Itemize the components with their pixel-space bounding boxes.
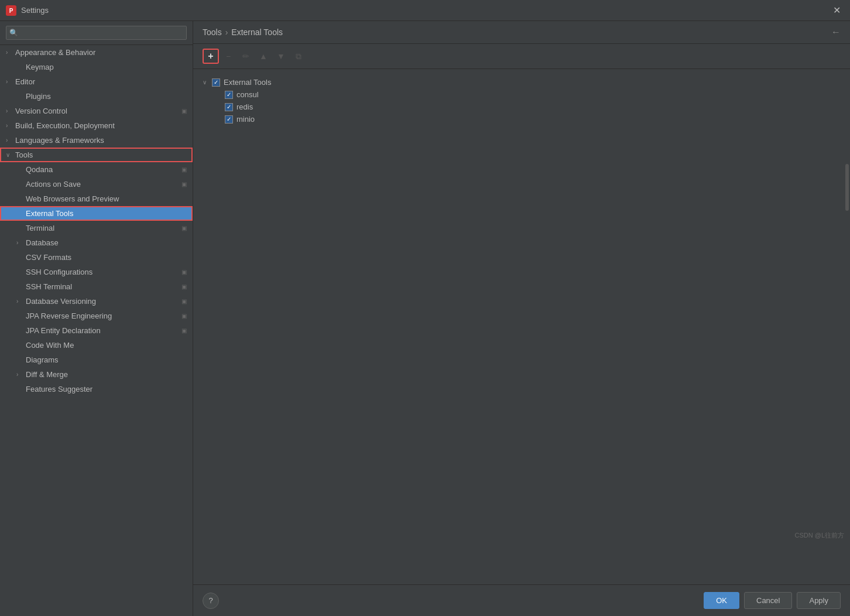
sidebar-item-label: Languages & Frameworks (15, 136, 187, 145)
expand-arrow-icon: › (6, 78, 14, 85)
expand-arrow-icon: › (6, 122, 14, 129)
sidebar-item-label: Editor (15, 77, 187, 86)
sidebar-item-plugins[interactable]: Plugins (0, 89, 193, 104)
add-button[interactable]: + (203, 49, 219, 64)
search-box: 🔍 (0, 21, 193, 45)
sidebar-item-diagrams[interactable]: Diagrams (0, 353, 193, 367)
tree-item-minio[interactable]: minio (215, 113, 841, 125)
sidebar-item-code-with-me[interactable]: Code With Me (0, 338, 193, 353)
sidebar-item-label: Features Suggester (26, 385, 187, 393)
edit-button[interactable]: ✏ (238, 49, 254, 64)
sidebar-item-label: Web Browsers and Preview (26, 194, 187, 203)
dialog-title: Settings (21, 6, 830, 15)
remove-button[interactable]: − (220, 49, 237, 64)
search-icon: 🔍 (9, 29, 18, 37)
sidebar-item-web-browsers[interactable]: Web Browsers and Preview (0, 191, 193, 206)
tree-checkbox-redis[interactable] (225, 103, 233, 111)
sidebar-item-ssh-terminal[interactable]: SSH Terminal ▣ (0, 279, 193, 294)
tree-checkbox-minio[interactable] (225, 115, 233, 124)
sidebar-item-label: Qodana (26, 165, 181, 174)
expand-arrow-icon: › (6, 108, 14, 114)
back-button[interactable]: ← (831, 27, 841, 37)
sidebar-item-label: JPA Reverse Engineering (26, 312, 181, 320)
expand-arrow-icon: › (6, 49, 14, 56)
sidebar-item-external-tools[interactable]: External Tools (0, 206, 193, 221)
sidebar-item-ssh-configurations[interactable]: SSH Configurations ▣ (0, 265, 193, 279)
help-button[interactable]: ? (203, 593, 219, 609)
sidebar-item-label: Actions on Save (26, 180, 181, 189)
tree-item-redis[interactable]: redis (215, 101, 841, 113)
breadcrumb: Tools › External Tools ← (193, 21, 850, 44)
sidebar-item-label: SSH Terminal (26, 282, 181, 291)
settings-icon: ▣ (181, 225, 187, 231)
tree-checkbox-consul[interactable] (225, 91, 233, 99)
tree-label-consul: consul (237, 90, 259, 99)
cancel-button[interactable]: Cancel (744, 592, 792, 609)
toolbar: + − ✏ ▲ ▼ ⧉ (193, 44, 850, 69)
sidebar-item-label: Version Control (15, 107, 181, 115)
sidebar-item-features-suggester[interactable]: Features Suggester (0, 382, 193, 396)
sidebar-item-keymap[interactable]: Keymap (0, 60, 193, 74)
settings-dialog: P Settings ✕ 🔍 › Appearance & Behavior (0, 0, 850, 616)
sidebar-item-editor[interactable]: › Editor (0, 74, 193, 89)
sidebar-item-jpa-entity[interactable]: JPA Entity Declaration ▣ (0, 323, 193, 338)
expand-arrow-icon: › (16, 298, 25, 304)
svg-text:P: P (9, 8, 13, 14)
sidebar-item-label: Plugins (26, 92, 187, 101)
sidebar: 🔍 › Appearance & Behavior Keymap › (0, 21, 193, 616)
sidebar-item-label: Database (26, 238, 187, 247)
sidebar-item-terminal[interactable]: Terminal ▣ (0, 221, 193, 235)
sidebar-item-actions-on-save[interactable]: Actions on Save ▣ (0, 177, 193, 191)
sidebar-item-database-versioning[interactable]: › Database Versioning ▣ (0, 294, 193, 309)
tree-children: consul redis minio (203, 88, 841, 125)
sidebar-item-version-control[interactable]: › Version Control ▣ (0, 104, 193, 118)
sidebar-item-jpa-reverse[interactable]: JPA Reverse Engineering ▣ (0, 309, 193, 323)
settings-icon: ▣ (181, 283, 187, 290)
sidebar-item-label: Code With Me (26, 341, 187, 350)
sidebar-item-label: Terminal (26, 224, 181, 232)
move-down-button[interactable]: ▼ (273, 49, 289, 64)
sidebar-item-qodana[interactable]: Qodana ▣ (0, 162, 193, 177)
settings-icon: ▣ (181, 269, 187, 275)
sidebar-item-label: Diagrams (26, 355, 187, 364)
sidebar-item-database[interactable]: › Database (0, 235, 193, 250)
app-icon: P (6, 5, 16, 16)
sidebar-item-label: CSV Formats (26, 253, 187, 262)
sidebar-item-label: Build, Execution, Deployment (15, 121, 187, 130)
sidebar-nav: › Appearance & Behavior Keymap › Editor … (0, 45, 193, 616)
sidebar-item-label: Diff & Merge (26, 370, 187, 379)
tree-checkbox-external-tools[interactable] (212, 78, 220, 87)
sidebar-item-csv-formats[interactable]: CSV Formats (0, 250, 193, 265)
sidebar-item-label: SSH Configurations (26, 268, 181, 276)
tree-expand-icon: ∨ (203, 79, 212, 85)
move-up-button[interactable]: ▲ (255, 49, 272, 64)
expand-arrow-icon: › (16, 371, 25, 378)
tree-item-consul[interactable]: consul (215, 88, 841, 101)
sidebar-item-languages[interactable]: › Languages & Frameworks (0, 133, 193, 148)
apply-button[interactable]: Apply (797, 592, 841, 609)
sidebar-item-appearance[interactable]: › Appearance & Behavior (0, 45, 193, 60)
sidebar-item-diff-merge[interactable]: › Diff & Merge (0, 367, 193, 382)
settings-icon: ▣ (181, 298, 187, 304)
settings-icon: ▣ (181, 181, 187, 187)
ok-button[interactable]: OK (704, 592, 739, 609)
sidebar-item-build[interactable]: › Build, Execution, Deployment (0, 118, 193, 133)
content-area: ∨ External Tools consul (193, 69, 850, 584)
expand-arrow-icon: › (6, 137, 14, 143)
settings-icon: ▣ (181, 327, 187, 334)
main-content: Tools › External Tools ← + − ✏ ▲ ▼ ⧉ ∨ (193, 21, 850, 616)
close-button[interactable]: ✕ (830, 4, 844, 17)
expand-arrow-icon: › (16, 239, 25, 246)
expand-arrow-icon: ∨ (6, 152, 14, 158)
dialog-footer: ? OK Cancel Apply (193, 584, 850, 616)
copy-button[interactable]: ⧉ (290, 49, 307, 64)
dialog-body: 🔍 › Appearance & Behavior Keymap › (0, 21, 850, 616)
sidebar-item-tools[interactable]: ∨ Tools (0, 148, 193, 162)
breadcrumb-separator: › (225, 28, 228, 37)
sidebar-item-label: Tools (15, 150, 187, 159)
breadcrumb-parent: Tools (203, 28, 222, 37)
search-input[interactable] (6, 26, 187, 40)
tree-root-item[interactable]: ∨ External Tools (203, 76, 841, 88)
breadcrumb-current: External Tools (231, 28, 283, 37)
sidebar-item-label: External Tools (26, 209, 187, 218)
